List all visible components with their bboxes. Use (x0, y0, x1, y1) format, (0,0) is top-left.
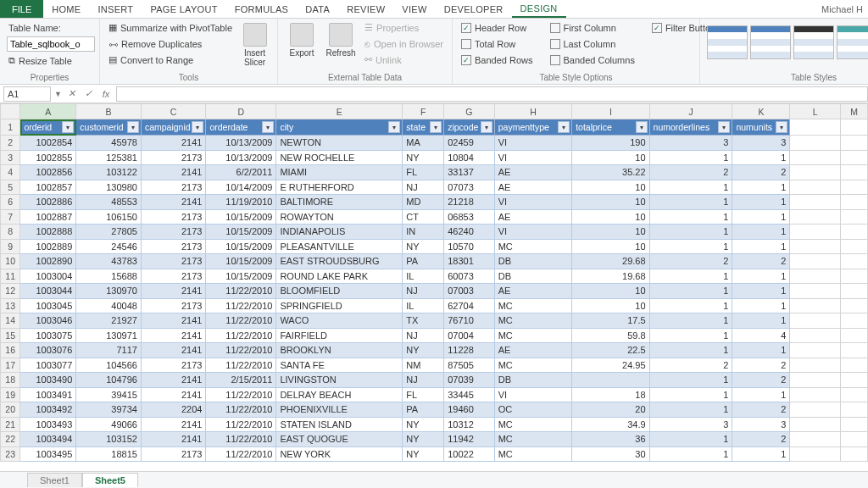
cell[interactable]: 36 (572, 432, 649, 447)
cell[interactable]: 39415 (76, 387, 142, 402)
cell[interactable]: 15688 (76, 269, 142, 284)
cell[interactable]: 2141 (141, 136, 206, 151)
cancel-icon[interactable]: ✕ (65, 88, 79, 99)
cell[interactable]: 10/15/2009 (206, 225, 276, 240)
cell[interactable]: 2 (649, 254, 732, 269)
cell[interactable]: 2173 (141, 269, 206, 284)
cell[interactable]: DB (494, 254, 571, 269)
opt-banded-rows[interactable]: ✓Banded Rows (459, 53, 535, 67)
cell[interactable]: VI (494, 195, 571, 210)
cell[interactable]: NY (403, 446, 444, 462)
cell[interactable]: 1003045 (20, 298, 76, 313)
cell[interactable]: 2 (649, 358, 732, 373)
table-name-input[interactable] (7, 36, 95, 52)
cell[interactable] (790, 343, 841, 358)
cell[interactable]: 2204 (141, 402, 206, 418)
cell[interactable]: 1 (732, 239, 790, 254)
cell[interactable]: 1003491 (20, 387, 76, 402)
fx-icon[interactable]: fx (99, 89, 113, 99)
export-button[interactable]: Export (285, 23, 319, 58)
cell[interactable]: 2141 (141, 343, 206, 358)
tab-insert[interactable]: INSERT (89, 0, 142, 18)
cell[interactable]: 11/22/2010 (206, 446, 276, 462)
cell[interactable] (841, 373, 868, 388)
cell[interactable]: 11/22/2010 (206, 328, 276, 343)
cell[interactable]: NEWTON (276, 136, 403, 151)
cell[interactable]: 1002857 (20, 180, 76, 195)
cell[interactable] (841, 313, 868, 329)
cell[interactable]: 2173 (141, 298, 206, 313)
cell[interactable]: PA (403, 402, 444, 418)
cell[interactable]: 1 (649, 150, 732, 165)
cell[interactable]: 11/22/2010 (206, 313, 276, 329)
col-header-G[interactable]: G (444, 104, 495, 119)
cell[interactable]: SANTA FE (276, 358, 403, 373)
col-header-K[interactable]: K (732, 104, 790, 119)
table-header-paymenttype[interactable]: paymenttype▾ (494, 119, 571, 136)
cell[interactable] (841, 284, 868, 299)
style-swatch[interactable] (837, 25, 868, 59)
formula-input[interactable] (116, 86, 868, 102)
row-header[interactable]: 14 (1, 313, 20, 329)
cell[interactable] (790, 165, 841, 180)
cell[interactable] (790, 209, 841, 225)
cell[interactable]: AE (494, 209, 571, 225)
cell[interactable] (841, 402, 868, 418)
cell[interactable] (841, 239, 868, 254)
cell[interactable]: 1002856 (20, 165, 76, 180)
cell[interactable] (790, 313, 841, 329)
cell[interactable]: 27805 (76, 225, 142, 240)
row-header[interactable]: 23 (1, 446, 20, 462)
cell[interactable]: FAIRFIELD (276, 328, 403, 343)
filter-dropdown-icon[interactable]: ▾ (481, 121, 492, 133)
cell[interactable]: MC (494, 446, 571, 462)
table-header-orderdate[interactable]: orderdate▾ (206, 119, 276, 136)
cell[interactable]: 18 (572, 387, 649, 402)
cell[interactable]: 1 (732, 269, 790, 284)
cell[interactable]: 29.68 (572, 254, 649, 269)
cell[interactable]: 1002854 (20, 136, 76, 151)
opt-last-col[interactable]: Last Column (548, 36, 637, 51)
cell[interactable]: 1 (649, 373, 732, 388)
cell[interactable] (841, 432, 868, 447)
cell[interactable]: 1 (649, 402, 732, 418)
cell[interactable]: IL (403, 298, 444, 313)
cell[interactable]: 10570 (444, 239, 495, 254)
cell[interactable]: PHOENIXVILLE (276, 402, 403, 418)
select-all-corner[interactable] (1, 104, 20, 119)
row-header[interactable]: 2 (1, 136, 20, 151)
sheet-tab-sheet5[interactable]: Sheet5 (82, 473, 138, 487)
cell[interactable] (841, 136, 868, 151)
cell[interactable]: BROOKLYN (276, 343, 403, 358)
cell[interactable]: 130971 (76, 328, 142, 343)
cell[interactable]: 1 (649, 313, 732, 329)
cell[interactable]: 22.5 (572, 343, 649, 358)
cell[interactable]: 6/2/2011 (206, 165, 276, 180)
cell[interactable]: 2 (649, 165, 732, 180)
cell[interactable]: 104566 (76, 358, 142, 373)
cell[interactable]: 1002855 (20, 150, 76, 165)
cell[interactable]: MC (494, 239, 571, 254)
sheet-tab-sheet1[interactable]: Sheet1 (27, 473, 82, 487)
cell[interactable]: 1 (649, 343, 732, 358)
cell[interactable]: 10 (572, 209, 649, 225)
cell[interactable]: 1 (732, 180, 790, 195)
cell[interactable]: 1 (732, 209, 790, 225)
cell[interactable]: 1003490 (20, 373, 76, 388)
cell[interactable]: 1 (649, 387, 732, 402)
cell[interactable]: 106150 (76, 209, 142, 225)
col-header-L[interactable]: L (790, 104, 841, 119)
style-swatch[interactable] (707, 25, 748, 59)
cell[interactable]: 21927 (76, 313, 142, 329)
enter-icon[interactable]: ✓ (82, 88, 96, 99)
row-header[interactable]: 22 (1, 432, 20, 447)
cell[interactable]: VI (494, 387, 571, 402)
cell[interactable] (790, 136, 841, 151)
tab-design[interactable]: DESIGN (512, 0, 566, 18)
cell[interactable]: NY (403, 150, 444, 165)
cell[interactable]: DB (494, 373, 571, 388)
cell[interactable]: 11/22/2010 (206, 432, 276, 447)
cell[interactable]: 1 (732, 387, 790, 402)
cell[interactable]: 10804 (444, 150, 495, 165)
tab-home[interactable]: HOME (43, 0, 89, 18)
